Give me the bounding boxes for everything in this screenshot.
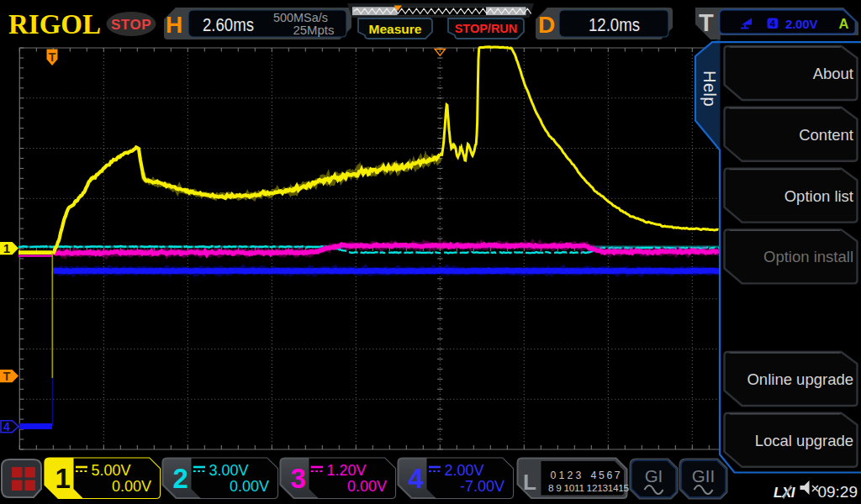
svg-text:Option install: Option install: [763, 248, 853, 265]
svg-text:STOP/RUN: STOP/RUN: [455, 22, 518, 35]
svg-text:0123: 0123: [551, 470, 584, 481]
svg-text:T: T: [699, 9, 714, 36]
svg-text:0.00V: 0.00V: [347, 478, 387, 495]
svg-text:2: 2: [173, 463, 188, 494]
svg-text:LXI: LXI: [774, 485, 796, 501]
svg-text:Online upgrade: Online upgrade: [747, 370, 853, 388]
svg-text:3: 3: [291, 463, 306, 494]
svg-text:1: 1: [55, 463, 71, 494]
svg-text:8 9 1011 12131415: 8 9 1011 12131415: [548, 482, 629, 494]
svg-text:-7.00V: -7.00V: [460, 478, 504, 495]
svg-text:GII: GII: [692, 466, 715, 486]
svg-text:0.00V: 0.00V: [230, 478, 269, 495]
svg-text:25Mpts: 25Mpts: [293, 23, 335, 37]
svg-text:Measure: Measure: [369, 22, 422, 36]
svg-text:2.00V: 2.00V: [445, 462, 484, 479]
svg-text:H: H: [166, 12, 182, 38]
svg-text:Content: Content: [799, 126, 853, 144]
svg-text:About: About: [813, 65, 853, 82]
svg-text:Help: Help: [700, 71, 719, 107]
svg-text:4567: 4567: [591, 470, 623, 481]
svg-text:GI: GI: [645, 466, 663, 486]
svg-text:1: 1: [3, 241, 10, 255]
svg-text:4: 4: [770, 18, 776, 29]
svg-text:09:29: 09:29: [817, 483, 858, 501]
svg-text:4: 4: [3, 420, 10, 433]
svg-text:RIGOL: RIGOL: [8, 9, 101, 39]
svg-text:0.00V: 0.00V: [112, 478, 151, 495]
svg-text:A: A: [839, 16, 849, 31]
svg-text:1.20V: 1.20V: [327, 462, 367, 479]
svg-text:2.60ms: 2.60ms: [203, 14, 254, 35]
svg-text:5.00V: 5.00V: [92, 462, 131, 479]
svg-text:4: 4: [409, 463, 425, 494]
svg-text:D: D: [538, 12, 555, 38]
svg-text:12.0ms: 12.0ms: [589, 14, 640, 35]
svg-text:Option list: Option list: [784, 187, 853, 205]
svg-text:2.00V: 2.00V: [785, 17, 817, 31]
svg-text:T: T: [49, 50, 56, 64]
svg-text:Local upgrade: Local upgrade: [755, 432, 853, 449]
svg-text:T: T: [3, 370, 11, 383]
svg-text:3.00V: 3.00V: [209, 462, 249, 479]
svg-text:L: L: [523, 470, 536, 495]
svg-text:STOP: STOP: [111, 17, 151, 33]
